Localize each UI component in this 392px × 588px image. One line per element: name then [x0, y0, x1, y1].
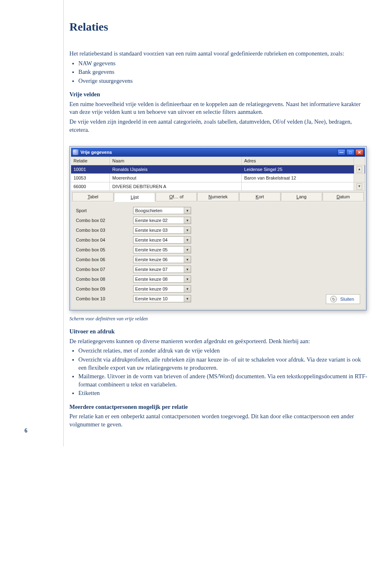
vrije-paragraph-2: De vrije velden zijn ingedeeld in een aa…	[69, 118, 368, 134]
window-titlebar[interactable]: Vrije gegevens — □ ✕	[71, 148, 365, 157]
list-item: Bank gegevens	[78, 68, 368, 76]
tab-lang[interactable]: Lang	[281, 192, 322, 201]
chevron-down-icon[interactable]: ▼	[184, 256, 191, 263]
vrije-gegevens-window: Vrije gegevens — □ ✕ Relatie Naam Adres …	[69, 146, 367, 311]
grid-row[interactable]: 66000 DIVERSE DEBITEUREN A ▼	[71, 182, 365, 191]
list-item: Etiketten	[78, 389, 368, 397]
cell-naam: DIVERSE DEBITEUREN A	[110, 182, 242, 191]
cell-relatie: 66000	[71, 182, 110, 191]
list-item: NAW gegevens	[78, 60, 368, 68]
combo-box-07[interactable]: Eerste keuze 07▼	[133, 266, 191, 273]
chevron-down-icon[interactable]: ▼	[184, 207, 191, 214]
uitvoer-bullet-list: Overzicht relaties, met of zonder afdruk…	[69, 347, 368, 397]
tab-numeriek[interactable]: Numeriek	[197, 192, 238, 201]
screenshot-caption: Scherm voor definiëren van vrije velden	[69, 315, 368, 322]
tab-kort[interactable]: Kort	[239, 192, 281, 201]
column-header-naam[interactable]: Naam	[110, 157, 242, 165]
chevron-down-icon[interactable]: ▼	[184, 237, 191, 243]
chevron-down-icon[interactable]: ▼	[184, 227, 191, 233]
field-label: Combo box 06	[76, 257, 133, 262]
list-item: Overzicht relaties, met of zonder afdruk…	[78, 347, 368, 355]
page-number: 6	[24, 428, 27, 434]
field-label: Combo box 04	[76, 237, 133, 242]
chevron-down-icon[interactable]: ▼	[184, 276, 191, 282]
grid-row[interactable]: 10053 Moerenhout Baron van Brakelstraat …	[71, 174, 365, 182]
combo-box-03[interactable]: Eerste keuze 03▼	[133, 226, 191, 234]
tab-tabel[interactable]: Tabel	[72, 192, 114, 201]
combo-box-05[interactable]: Eerste keuze 05▼	[133, 246, 191, 253]
combo-box-10[interactable]: Eerste keuze 10▼	[133, 295, 191, 302]
cell-naam: Ronalds IJspaleis	[110, 165, 242, 173]
grid-row[interactable]: 10001 Ronalds IJspaleis Leidense Singel …	[71, 165, 365, 174]
chevron-down-icon[interactable]: ▼	[184, 286, 191, 292]
vrije-paragraph-1: Een ruime hoeveelheid vrije velden is de…	[69, 100, 368, 116]
meerdere-heading: Meerdere contactpersonen mogelijk per re…	[69, 403, 368, 411]
sluiten-label: Sluiten	[340, 297, 354, 302]
chevron-down-icon[interactable]: ▼	[184, 246, 191, 253]
vertical-rule	[63, 0, 64, 446]
tab-datum[interactable]: Datum	[323, 192, 364, 201]
tab-content: SportBoogschieten▼ Combo box 02Eerste ke…	[71, 202, 365, 309]
field-label: Combo box 05	[76, 247, 133, 252]
uitvoer-paragraph: De relatiegegevens kunnen op diverse man…	[69, 337, 368, 346]
minimize-button[interactable]: —	[337, 149, 345, 155]
app-icon	[73, 149, 78, 155]
field-label: Sport	[76, 208, 133, 213]
combo-box-09[interactable]: Eerste keuze 09▼	[133, 285, 191, 293]
combo-box-08[interactable]: Eerste keuze 08▼	[133, 275, 191, 283]
chevron-down-icon[interactable]: ▼	[184, 217, 191, 224]
vrije-velden-heading: Vrije velden	[69, 91, 368, 99]
close-window-button[interactable]: ✕	[355, 149, 363, 155]
field-label: Combo box 08	[76, 277, 133, 282]
tab-of-of[interactable]: Of… of	[156, 192, 197, 201]
combo-box-06[interactable]: Eerste keuze 06▼	[133, 256, 191, 263]
combo-box-04[interactable]: Eerste keuze 04▼	[133, 236, 191, 244]
meerdere-paragraph: Per relatie kan er een onbeperkt aantal …	[69, 413, 368, 428]
page-heading: Relaties	[69, 20, 368, 33]
cell-adres	[242, 182, 354, 191]
cell-relatie: 10001	[71, 165, 110, 173]
cell-relatie: 10053	[71, 174, 110, 182]
sluiten-button[interactable]: ↻ Sluiten	[326, 294, 360, 304]
cell-naam: Moerenhout	[110, 174, 242, 182]
field-label: Combo box 10	[76, 296, 133, 301]
cell-adres: Baron van Brakelstraat 12	[242, 174, 354, 182]
scroll-up-icon[interactable]: ▲	[356, 166, 362, 173]
window-title: Vrije gegevens	[80, 150, 112, 155]
scroll-down-icon[interactable]: ▼	[356, 183, 362, 190]
field-label: Combo box 03	[76, 228, 133, 233]
chevron-down-icon[interactable]: ▼	[184, 266, 191, 273]
column-header-relatie[interactable]: Relatie	[71, 157, 110, 165]
column-header-adres[interactable]: Adres	[242, 157, 354, 165]
field-label: Combo box 02	[76, 218, 133, 223]
grid-header-row: Relatie Naam Adres	[71, 157, 365, 165]
tab-lijst[interactable]: Lijst	[114, 193, 155, 202]
refresh-close-icon: ↻	[330, 296, 337, 302]
field-label: Combo box 07	[76, 267, 133, 272]
uitvoer-heading: Uitvoer en afdruk	[69, 328, 368, 336]
maximize-button[interactable]: □	[346, 149, 354, 155]
intro-bullet-list: NAW gegevens Bank gegevens Overige stuur…	[69, 60, 368, 85]
combo-sport[interactable]: Boogschieten▼	[133, 207, 191, 214]
cell-adres: Leidense Singel 25	[242, 165, 354, 173]
chevron-down-icon[interactable]: ▼	[184, 295, 191, 302]
list-item: Mailmerge. Uitvoer in de vorm van brieve…	[78, 373, 368, 388]
field-label: Combo box 09	[76, 286, 133, 291]
list-item: Overige stuurgegevens	[78, 77, 368, 85]
combo-box-02[interactable]: Eerste keuze 02▼	[133, 217, 191, 224]
tab-bar: Tabel Lijst Of… of Numeriek Kort Lang Da…	[71, 191, 365, 202]
intro-paragraph: Het relatiebestand is standaard voorzien…	[69, 50, 368, 58]
list-item: Overzicht via afdrukprofielen, alle rubr…	[78, 356, 368, 372]
